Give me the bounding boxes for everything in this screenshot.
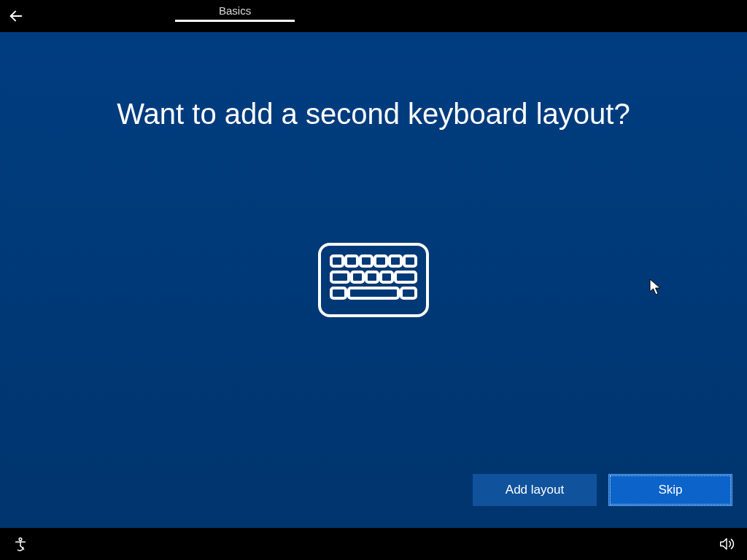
tab-underline (175, 20, 295, 22)
svg-rect-8 (331, 272, 349, 282)
add-layout-button[interactable]: Add layout (473, 474, 597, 506)
svg-rect-5 (375, 256, 387, 266)
keyboard-icon (315, 240, 432, 323)
back-button[interactable] (0, 0, 32, 32)
volume-button[interactable] (716, 534, 737, 554)
svg-rect-12 (395, 272, 416, 282)
svg-rect-14 (349, 288, 398, 298)
svg-rect-4 (360, 256, 372, 266)
main-panel: Want to add a second keyboard layout? (0, 32, 747, 528)
top-bar: Basics (0, 0, 747, 32)
tab-label: Basics (175, 0, 295, 20)
svg-rect-11 (381, 272, 392, 282)
svg-rect-3 (346, 256, 357, 266)
svg-rect-10 (366, 272, 378, 282)
ease-of-access-button[interactable] (10, 534, 31, 554)
cursor-icon (649, 279, 662, 299)
tab-basics[interactable]: Basics (175, 0, 295, 32)
svg-rect-15 (401, 288, 416, 298)
speaker-icon (719, 536, 735, 552)
svg-rect-7 (404, 256, 416, 266)
svg-marker-17 (721, 539, 727, 550)
back-arrow-icon (8, 8, 24, 24)
svg-rect-13 (331, 288, 346, 298)
svg-point-16 (19, 538, 22, 541)
bottom-bar (0, 528, 747, 560)
svg-rect-9 (352, 272, 363, 282)
page-title: Want to add a second keyboard layout? (117, 98, 630, 131)
accessibility-icon (12, 536, 28, 552)
skip-button[interactable]: Skip (608, 474, 732, 506)
keyboard-illustration (315, 240, 432, 323)
svg-rect-6 (390, 256, 401, 266)
button-row: Add layout Skip (473, 474, 732, 506)
svg-rect-2 (331, 256, 343, 266)
